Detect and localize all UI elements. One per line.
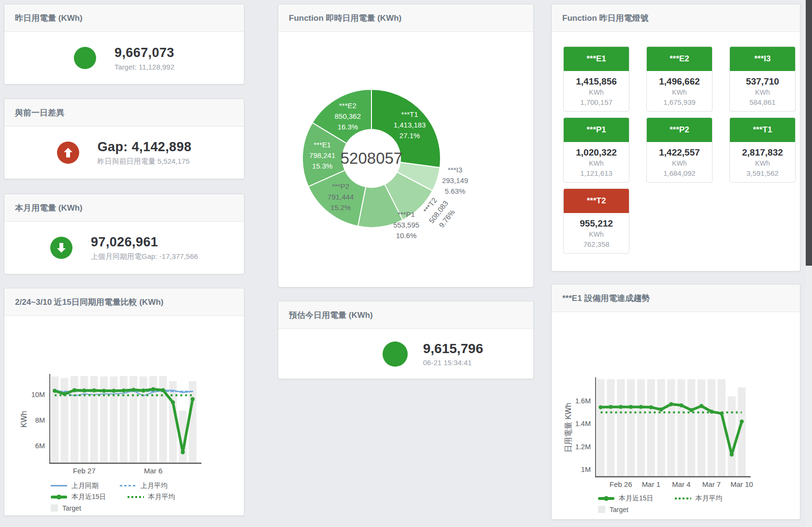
- series-marker: [639, 405, 643, 409]
- target-bar: [677, 379, 685, 476]
- y-tick-label: 1.6M: [575, 397, 591, 405]
- yesterday-card-body: 9,667,073 Target: 11,128,992: [4, 32, 244, 84]
- device-target: 1,675,939: [647, 98, 712, 106]
- x-tick-label: Mar 6: [144, 467, 162, 475]
- y-tick-label: 6M: [35, 442, 45, 450]
- series-marker: [730, 453, 734, 456]
- target-bar: [657, 379, 665, 476]
- series-marker: [53, 389, 57, 393]
- donut-slice-label: 798,241: [309, 151, 335, 159]
- yesterday-usage-card: 昨日用電量 (KWh) 9,667,073 Target: 11,128,992: [4, 4, 244, 85]
- target-bar: [698, 379, 705, 476]
- legend-swatch-square-icon: [598, 506, 605, 513]
- device-unit: KWh: [564, 230, 629, 238]
- series-marker: [191, 397, 195, 401]
- legend-item[interactable]: 本月平均: [675, 494, 723, 503]
- device-tile-e1[interactable]: ***E1 1,415,856 KWh 1,700,157: [563, 46, 629, 112]
- donut-slice-label: ***P2: [332, 182, 349, 190]
- device-unit: KWh: [647, 88, 712, 96]
- realtime-donut-chart[interactable]: ***T11,413,18327.1%***I3293,1495.63%***T…: [278, 32, 532, 285]
- legend-label: 上月平均: [141, 482, 168, 490]
- device-tile-p2[interactable]: ***P2 1,422,557 KWh 1,684,092: [646, 117, 712, 183]
- estimate-card: 預估今日用電量 (KWh) 9,615,796 06-21 15:34:41: [278, 301, 534, 379]
- device-value: 1,020,322: [564, 147, 629, 158]
- yesterday-usage-target: Target: 11,128,992: [114, 63, 174, 71]
- estimate-timestamp: 06-21 15:34:41: [423, 358, 484, 367]
- legend-label: Target: [610, 506, 628, 513]
- legend-item[interactable]: 上月平均: [120, 482, 168, 490]
- month-card-body: 97,026,961 上個月同期用電Gap: -17,377,566: [4, 222, 244, 274]
- target-bar: [667, 379, 675, 476]
- device-unit: KWh: [730, 88, 795, 96]
- realtime-donut-title: Function 即時日用電量 (KWh): [278, 4, 533, 32]
- target-bar: [687, 379, 695, 476]
- target-bar: [607, 379, 614, 476]
- x-tick-label: Mar 1: [642, 480, 660, 488]
- legend-item[interactable]: 上月同期: [51, 482, 99, 490]
- legend-item[interactable]: Target: [598, 506, 628, 513]
- device-target: 1,684,092: [647, 169, 712, 177]
- series-marker: [92, 388, 96, 392]
- device-tile-i3[interactable]: ***I3 537,710 KWh 584,861: [729, 46, 796, 112]
- legend-swatch-square-icon: [51, 504, 58, 512]
- legend-label: 本月近15日: [619, 494, 654, 503]
- month-usage-value: 97,026,961: [91, 235, 198, 250]
- legend-swatch-dashed-icon: [120, 485, 136, 486]
- donut-slice-label: ***P1: [398, 210, 415, 218]
- device-tile-header: ***T1: [730, 118, 795, 142]
- device-tile-p1[interactable]: ***P1 1,020,322 KWh 1,121,613: [563, 117, 629, 183]
- device-tile-t2[interactable]: ***T2 955,212 KWh 762,358: [563, 188, 629, 254]
- device-value: 955,212: [564, 218, 629, 229]
- series-marker: [689, 408, 693, 412]
- legend-item[interactable]: 本月近15日: [598, 494, 654, 503]
- device-unit: KWh: [564, 159, 629, 167]
- legend-item[interactable]: 本月平均: [128, 493, 175, 501]
- estimate-value: 9,615,796: [423, 341, 484, 356]
- series-marker: [171, 400, 175, 404]
- comparison-chart-title: 2/24~3/10 近15日同期用電量比較 (KWh): [4, 288, 244, 316]
- legend-swatch-line-icon: [51, 485, 67, 486]
- donut-slice-label: 5.63%: [445, 187, 466, 195]
- comparison-chart-legend: 上月同期上月平均本月近15日本月平均Target: [51, 480, 244, 513]
- device-value: 2,817,832: [730, 147, 795, 158]
- trend-chart-legend: 本月近15日本月平均Target: [598, 493, 800, 515]
- arrow-down-icon: [50, 237, 72, 259]
- trend-line-chart[interactable]: 1M1.2M1.4M1.6M日用電量 KWhFeb 26Mar 1Mar 4Ma…: [552, 312, 799, 492]
- series-marker: [151, 387, 155, 391]
- target-bar: [708, 379, 715, 476]
- legend-swatch-thick-icon: [51, 496, 67, 499]
- series-marker: [161, 388, 165, 392]
- donut-slice-label: 553,595: [393, 221, 419, 229]
- estimate-card-body: 9,615,796 06-21 15:34:41: [305, 329, 560, 379]
- series-marker: [669, 402, 673, 406]
- donut-slice-label: ***T1: [401, 110, 418, 118]
- legend-label: 本月平均: [696, 494, 723, 503]
- device-unit: KWh: [730, 159, 795, 167]
- series-marker: [131, 388, 135, 392]
- series-marker: [659, 408, 663, 412]
- y-axis-title: KWh: [20, 411, 28, 428]
- device-tile-t1[interactable]: ***T1 2,817,832 KWh 3,591,562: [729, 117, 796, 183]
- estimate-card-title: 預估今日用電量 (KWh): [278, 301, 533, 329]
- lights-card-title: Function 昨日用電燈號: [552, 4, 800, 32]
- target-bar: [189, 381, 197, 463]
- legend-item[interactable]: Target: [51, 504, 81, 512]
- legend-item[interactable]: 本月近15日: [51, 493, 106, 501]
- y-axis-title: 日用電量 KWh: [564, 403, 572, 453]
- donut-slice-label: 1,413,183: [394, 121, 426, 129]
- x-tick-label: Feb 26: [610, 480, 632, 488]
- device-target: 1,700,157: [564, 98, 629, 106]
- scrollbar[interactable]: [806, 0, 812, 527]
- device-tile-header: ***E1: [564, 47, 629, 71]
- scrollbar-thumb[interactable]: [806, 0, 812, 266]
- legend-label: 本月平均: [148, 493, 175, 501]
- device-target: 584,861: [730, 98, 795, 106]
- realtime-donut-card: Function 即時日用電量 (KWh) ***T11,413,18327.1…: [278, 4, 534, 287]
- day-gap-card-body: Gap: 4,142,898 昨日與前日用電量 5,524,175: [4, 127, 244, 179]
- device-tile-e2[interactable]: ***E2 1,496,662 KWh 1,675,939: [646, 46, 712, 112]
- donut-slice-label: 293,149: [442, 176, 468, 185]
- device-tile-header: ***T2: [564, 189, 629, 213]
- comparison-line-chart[interactable]: 6M8M10MKWhFeb 27Mar 6: [4, 316, 243, 479]
- donut-slice-label: 15.2%: [330, 203, 351, 212]
- legend-label: Target: [62, 504, 81, 512]
